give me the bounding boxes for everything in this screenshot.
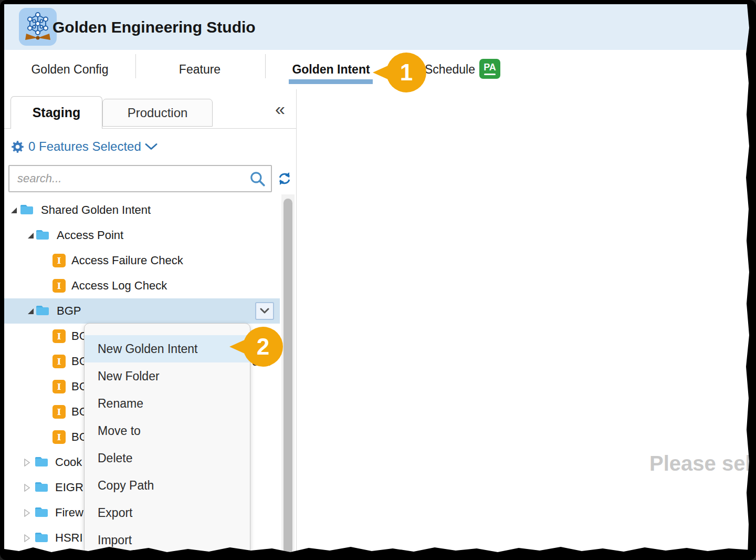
triangle-collapsed-icon[interactable] bbox=[24, 459, 30, 466]
context-menu-item-rename[interactable]: Rename bbox=[85, 390, 250, 417]
chevron-down-icon bbox=[145, 143, 158, 151]
context-menu-item-new-golden-intent[interactable]: New Golden Intent bbox=[85, 335, 250, 362]
tree-item-label: Access Point bbox=[57, 229, 123, 242]
context-menu-item-copy-path[interactable]: Copy Path bbox=[85, 472, 250, 499]
tree-item-label: Firew bbox=[55, 506, 83, 520]
tree-folder-bgp-selected[interactable]: BGP bbox=[4, 298, 280, 324]
features-selected-label: 0 Features Selected bbox=[28, 139, 141, 154]
triangle-expanded-icon[interactable] bbox=[27, 232, 34, 239]
pa-badge-underline bbox=[484, 74, 496, 75]
tree-folder-shared-golden-intent[interactable]: Shared Golden Intent bbox=[4, 198, 296, 223]
collapse-sidebar-icon[interactable]: « bbox=[275, 100, 285, 118]
callout-2-number: 2 bbox=[257, 334, 269, 359]
tree-scrollbar-track[interactable] bbox=[281, 194, 295, 556]
context-menu-item-import[interactable]: Import bbox=[85, 526, 250, 554]
app-logo-icon bbox=[19, 8, 57, 46]
intent-badge-icon: I bbox=[52, 254, 66, 267]
folder-icon bbox=[35, 481, 48, 492]
tree-item-label: Shared Golden Intent bbox=[41, 203, 151, 217]
tab-schedule[interactable]: Schedule bbox=[419, 60, 481, 78]
main-panel: Please sele bbox=[297, 89, 752, 556]
pa-badge-label: PA bbox=[484, 63, 496, 72]
tree-item-label: EIGR bbox=[55, 481, 83, 494]
callout-1-number: 1 bbox=[400, 59, 413, 85]
folder-icon bbox=[35, 506, 48, 517]
triangle-collapsed-icon[interactable] bbox=[24, 484, 30, 492]
folder-icon bbox=[35, 455, 48, 467]
refresh-icon[interactable] bbox=[277, 171, 292, 186]
intent-badge-icon: I bbox=[52, 430, 66, 444]
callout-2-badge: 2 bbox=[228, 326, 284, 368]
triangle-collapsed-icon[interactable] bbox=[24, 534, 30, 542]
triangle-expanded-icon[interactable] bbox=[27, 308, 34, 315]
tree-intent-access-log-check[interactable]: I Access Log Check bbox=[4, 273, 296, 298]
tab-golden-intent[interactable]: Golden Intent bbox=[285, 60, 377, 78]
tree-scrollbar-thumb[interactable] bbox=[284, 199, 292, 554]
tab-golden-config[interactable]: Golden Config bbox=[20, 60, 120, 78]
screenshot-frame: Golden Engineering Studio Golden Config … bbox=[0, 0, 756, 560]
tree-intent-access-failure-check[interactable]: I Access Failure Check bbox=[4, 248, 296, 273]
search-box bbox=[8, 165, 272, 192]
tree-item-label: Access Failure Check bbox=[71, 254, 183, 267]
tab-feature[interactable]: Feature bbox=[156, 60, 243, 78]
context-menu: New Golden Intent New Folder Rename Move… bbox=[84, 323, 250, 554]
tree-item-label: BGP bbox=[57, 304, 81, 318]
app-header: Golden Engineering Studio bbox=[4, 4, 752, 50]
app-title: Golden Engineering Studio bbox=[52, 4, 256, 50]
empty-state-text: Please sele bbox=[649, 452, 752, 475]
pa-badge: PA bbox=[479, 59, 500, 79]
active-tab-underline bbox=[289, 79, 373, 84]
context-menu-item-new-folder[interactable]: New Folder bbox=[85, 362, 250, 390]
chevron-down-icon bbox=[260, 308, 269, 314]
intent-badge-icon: I bbox=[52, 279, 66, 293]
tree-item-label: HSRI bbox=[55, 531, 83, 545]
triangle-expanded-icon[interactable] bbox=[10, 207, 17, 214]
intent-badge-icon: I bbox=[52, 405, 66, 419]
folder-icon bbox=[36, 304, 49, 316]
callout-1-badge: 1 bbox=[372, 51, 427, 94]
triangle-collapsed-icon[interactable] bbox=[24, 509, 30, 517]
context-menu-item-delete[interactable]: Delete bbox=[85, 444, 250, 472]
context-menu-item-export[interactable]: Export bbox=[85, 499, 250, 526]
env-tab-staging[interactable]: Staging bbox=[10, 96, 102, 129]
intent-badge-icon: I bbox=[52, 355, 66, 368]
tree-item-label: Cook bbox=[55, 455, 82, 469]
tree-item-label: Access Log Check bbox=[71, 279, 167, 293]
sidebar: Staging Production « 0 Features Selected bbox=[4, 89, 297, 556]
tab-divider bbox=[135, 54, 136, 78]
search-icon[interactable] bbox=[249, 170, 266, 187]
app-window: Golden Engineering Studio Golden Config … bbox=[4, 4, 752, 556]
features-gear-icon bbox=[10, 140, 25, 154]
features-selected-dropdown[interactable]: 0 Features Selected bbox=[10, 138, 158, 155]
context-menu-item-move-to[interactable]: Move to bbox=[85, 417, 250, 444]
folder-icon bbox=[20, 203, 34, 215]
intent-badge-icon: I bbox=[52, 329, 66, 343]
folder-icon bbox=[35, 531, 48, 543]
tab-divider bbox=[265, 54, 266, 78]
env-tab-production[interactable]: Production bbox=[102, 99, 213, 127]
search-input[interactable] bbox=[9, 172, 249, 185]
tree-folder-access-point[interactable]: Access Point bbox=[4, 223, 296, 248]
folder-icon bbox=[36, 229, 49, 240]
row-actions-dropdown-button[interactable] bbox=[255, 302, 274, 320]
intent-badge-icon: I bbox=[52, 380, 66, 393]
